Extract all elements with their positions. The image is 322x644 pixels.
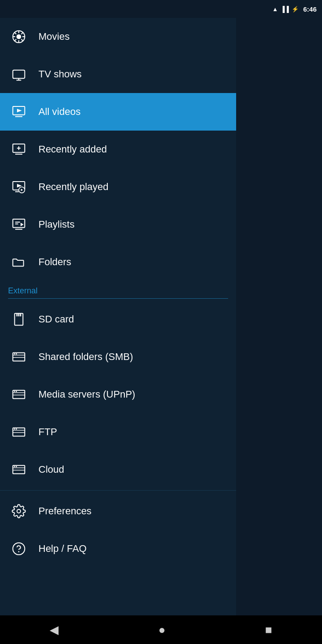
svg-line-9 [21,33,23,34]
sidebar-item-cloud[interactable]: Cloud [0,451,236,488]
all-videos-label: All videos [38,106,80,118]
gear-icon [8,500,30,522]
tv-shows-label: TV shows [38,68,82,80]
preferences-label: Preferences [38,505,92,517]
sidebar-item-shared-smb[interactable]: Shared folders (SMB) [0,338,236,376]
folders-label: Folders [38,256,71,268]
status-icons: ▲ ▐▐ ⚡ 6:46 [272,5,317,13]
shared-smb-label: Shared folders (SMB) [38,351,133,363]
back-button[interactable]: ◀ [50,623,59,637]
sidebar-item-help-faq[interactable]: Help / FAQ [0,530,236,568]
sdcard-icon [8,309,30,330]
svg-line-8 [15,39,17,41]
movies-icon [8,26,30,47]
sidebar-item-media-upnp[interactable]: Media servers (UPnP) [0,376,236,413]
cloud-label: Cloud [38,464,64,475]
svg-marker-28 [21,223,24,226]
folders-icon [8,251,30,273]
media-upnp-icon [8,384,30,405]
svg-point-53 [16,466,17,467]
media-upnp-label: Media servers (UPnP) [38,389,135,400]
svg-point-1 [17,34,21,39]
svg-point-54 [17,509,21,513]
svg-line-7 [21,39,23,41]
playlists-label: Playlists [38,219,75,230]
right-panel: ≡ ≡ ⋮ bershop 💬 📶 💬 📶 💬 📶 💬 📶 💬 📶 💬 📶 [236,0,322,644]
sidebar-item-movies[interactable]: Movies [0,18,236,55]
svg-point-37 [14,353,15,355]
all-videos-icon [8,101,30,123]
battery-status-icon: ⚡ [292,6,299,13]
external-section-label: External [0,281,236,301]
sidebar-item-tv-shows[interactable]: TV shows [0,55,236,93]
recently-played-icon [8,176,30,198]
svg-rect-31 [17,314,18,317]
nav-drawer: Movies TV shows All videos [0,0,236,644]
sidebar-item-sd-card[interactable]: SD card [0,301,236,338]
recently-played-label: Recently played [38,181,109,193]
svg-point-47 [14,428,15,430]
svg-rect-33 [20,314,21,317]
playlists-icon [8,214,30,235]
sidebar-item-ftp[interactable]: FTP [0,413,236,451]
help-faq-label: Help / FAQ [38,543,87,555]
sidebar-item-recently-played[interactable]: Recently played [0,168,236,206]
shared-smb-icon [8,346,30,368]
svg-rect-32 [18,314,20,317]
status-time: 6:46 [303,5,317,13]
svg-point-48 [16,428,17,430]
external-divider [8,298,228,299]
status-bar: ▲ ▐▐ ⚡ 6:46 [0,0,322,18]
external-label: External [8,286,38,295]
svg-point-55 [13,543,25,555]
ftp-label: FTP [38,426,57,438]
svg-point-56 [18,551,20,552]
recent-button[interactable]: ■ [265,623,272,637]
svg-rect-10 [13,70,25,79]
svg-point-43 [16,391,17,392]
recently-added-label: Recently added [38,144,107,155]
help-icon [8,538,30,559]
sidebar-item-playlists[interactable]: Playlists [0,206,236,243]
recently-added-icon [8,139,30,160]
home-button[interactable]: ● [158,623,165,637]
tv-icon [8,64,30,85]
bottom-divider [0,490,236,491]
sd-card-label: SD card [38,314,74,325]
sidebar-item-recently-added[interactable]: Recently added [0,131,236,168]
svg-rect-25 [13,219,25,228]
ftp-icon [8,421,30,443]
wifi-status-icon: ▲ [272,6,278,13]
svg-point-52 [14,466,15,467]
signal-status-icon: ▐▐ [281,6,289,13]
nav-bar: ◀ ● ■ [0,615,322,644]
svg-point-42 [14,391,15,392]
svg-line-6 [15,33,17,34]
sidebar-item-preferences[interactable]: Preferences [0,492,236,530]
svg-marker-14 [17,109,22,112]
sidebar-item-all-videos[interactable]: All videos [0,93,236,131]
movies-label: Movies [38,31,70,42]
sidebar-item-folders[interactable]: Folders [0,243,236,281]
svg-point-38 [16,353,17,355]
cloud-icon [8,459,30,480]
